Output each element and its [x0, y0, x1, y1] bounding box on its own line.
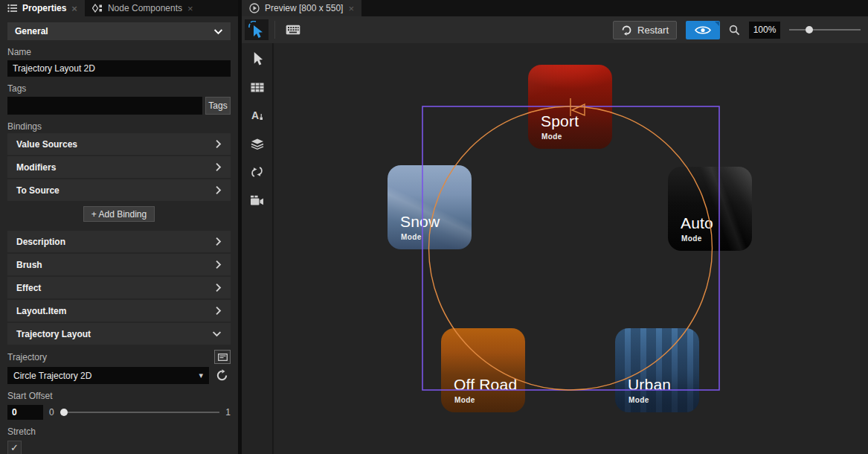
svg-text:A: A [251, 109, 259, 121]
tile-snow[interactable]: Snow Mode [388, 165, 472, 249]
tab-preview-label: Preview [800 x 550] [265, 3, 343, 13]
tab-properties-close-icon[interactable]: × [71, 4, 77, 13]
zoom-slider-thumb[interactable] [806, 26, 813, 33]
tags-label: Tags [7, 83, 231, 94]
loop-tool-button[interactable] [246, 162, 269, 182]
zoom-level-value[interactable]: 100% [749, 22, 780, 39]
start-offset-field[interactable] [7, 405, 43, 420]
trajectory-dropdown-value: Circle Trajectory 2D [13, 371, 91, 381]
tile-auto-mode: Mode [681, 234, 702, 243]
camera-tool-button[interactable] [246, 191, 269, 210]
section-trajectory-layout[interactable]: Trajectory Layout [7, 323, 231, 345]
binding-row-to-source[interactable]: To Source [7, 179, 231, 201]
tile-off-road-mode: Mode [454, 396, 475, 404]
section-layout-item[interactable]: Layout.Item [7, 300, 231, 322]
tile-sport[interactable]: Sport Mode [528, 65, 612, 149]
loop-arrows-icon [251, 166, 263, 178]
tab-properties-label: Properties [22, 3, 66, 13]
binding-row-value-sources-label: Value Sources [16, 139, 77, 150]
section-description-label: Description [16, 237, 65, 247]
section-effect-label: Effect [16, 283, 41, 293]
dropdown-caret-icon: ▾ [199, 371, 203, 380]
font-node-icon: A [251, 109, 264, 121]
section-general[interactable]: General [7, 22, 231, 40]
tags-button[interactable]: Tags [205, 97, 231, 115]
layers-icon [251, 138, 264, 150]
grid-tool-button[interactable] [246, 77, 269, 97]
tile-sport-mode: Mode [541, 132, 562, 141]
play-circle-icon [249, 3, 260, 13]
dropdown-corner-icon [715, 22, 719, 26]
preview-side-toolbar: A [242, 43, 273, 454]
section-description[interactable]: Description [7, 231, 231, 252]
trajectory-editor-button[interactable] [214, 350, 231, 364]
editor-window-icon [218, 354, 228, 361]
trajectory-goto-button[interactable] [213, 367, 231, 384]
slider-min-label: 0 [49, 407, 54, 418]
trajectory-label: Trajectory [7, 352, 47, 362]
tab-preview-close-icon[interactable]: × [348, 4, 354, 13]
eye-icon [695, 25, 711, 35]
tab-node-components[interactable]: Node Components × [85, 0, 201, 16]
tab-preview[interactable]: Preview [800 x 550] × [242, 0, 361, 16]
section-layout-item-label: Layout.Item [16, 306, 66, 316]
trajectory-dropdown[interactable]: Circle Trajectory 2D ▾ [7, 367, 209, 384]
select-tool-button[interactable] [246, 49, 269, 68]
section-brush[interactable]: Brush [7, 254, 231, 275]
chevron-down-icon [213, 28, 223, 35]
section-effect[interactable]: Effect [7, 277, 231, 298]
interact-mode-button[interactable] [245, 19, 269, 40]
tile-urban[interactable]: Urban Mode [615, 328, 699, 412]
tab-node-components-close-icon[interactable]: × [187, 4, 193, 13]
start-offset-row: 0 1 [7, 405, 231, 420]
slider-max-label: 1 [225, 407, 231, 418]
properties-panel: Properties × Node Components × General [0, 0, 238, 454]
tile-urban-mode: Mode [629, 396, 649, 404]
arrow-cursor-icon [251, 51, 263, 66]
restart-button[interactable]: Restart [613, 21, 677, 39]
section-brush-label: Brush [16, 260, 42, 270]
binding-row-value-sources[interactable]: Value Sources [7, 133, 231, 155]
tile-urban-label: Urban [628, 376, 671, 394]
start-offset-slider[interactable] [60, 407, 220, 418]
checkmark-icon: ✓ [10, 442, 19, 453]
left-tabbar: Properties × Node Components × [0, 0, 238, 16]
kanzi-studio-window: Sport Mode Snow Mode Auto Mode Off Road … [0, 0, 868, 454]
tile-auto-label: Auto [681, 214, 713, 232]
restart-icon [621, 25, 632, 36]
tags-field[interactable] [7, 97, 202, 115]
bindings-label: Bindings [7, 121, 231, 132]
circular-arrow-icon [216, 369, 228, 382]
tile-auto[interactable]: Auto Mode [668, 167, 752, 251]
chevron-right-icon [215, 162, 222, 172]
tile-snow-mode: Mode [401, 233, 422, 241]
chevron-right-icon [215, 283, 222, 292]
start-offset-slider-thumb[interactable] [60, 409, 68, 416]
properties-list-icon [7, 4, 17, 13]
panel-splitter[interactable] [238, 0, 242, 454]
binding-row-modifiers[interactable]: Modifiers [7, 156, 231, 178]
chevron-right-icon [215, 139, 222, 149]
section-general-label: General [15, 26, 48, 36]
restart-button-label: Restart [637, 25, 669, 36]
chevron-right-icon [215, 260, 222, 269]
tab-properties[interactable]: Properties × [0, 0, 85, 16]
table-icon [251, 83, 264, 92]
virtual-keyboard-button[interactable] [281, 19, 305, 40]
binding-row-to-source-label: To Source [16, 185, 60, 196]
zoom-slider[interactable] [789, 25, 861, 35]
name-field[interactable] [7, 60, 231, 77]
chevron-right-icon [215, 185, 222, 195]
zoom-magnifier-icon [729, 25, 740, 36]
add-binding-button[interactable]: + Add Binding [83, 206, 155, 222]
click-cursor-icon [248, 21, 265, 39]
visibility-toggle-button[interactable] [686, 21, 720, 39]
layers-tool-button[interactable] [246, 134, 269, 153]
toolbar-separator [274, 21, 275, 39]
tile-off-road[interactable]: Off Road Mode [441, 328, 525, 412]
tile-snow-label: Snow [400, 213, 440, 231]
stretch-checkbox[interactable]: ✓ [7, 441, 22, 454]
tile-off-road-label: Off Road [454, 376, 517, 394]
keyboard-icon [286, 25, 300, 35]
text-tool-button[interactable]: A [246, 106, 269, 125]
